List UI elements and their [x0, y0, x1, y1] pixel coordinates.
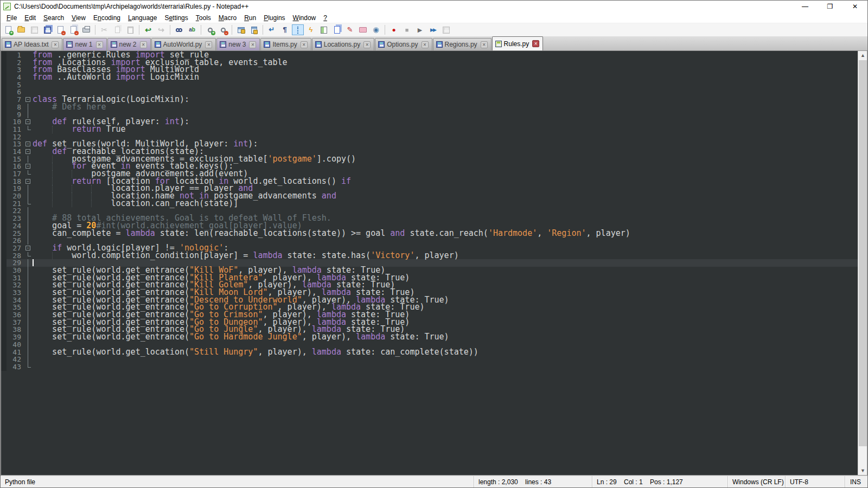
tab-close-icon[interactable]: × — [140, 41, 147, 48]
tab-close-icon[interactable]: × — [52, 41, 59, 48]
sync-vertical-scroll-button[interactable] — [235, 24, 247, 35]
sync-horizontal-scroll-button[interactable] — [248, 24, 260, 35]
line-number[interactable]: 14 — [7, 148, 24, 156]
bookmark-margin[interactable] — [1, 126, 7, 133]
fold-collapse-icon[interactable]: - — [25, 97, 30, 102]
tab-close-icon[interactable]: × — [363, 41, 371, 48]
document-map-button[interactable] — [318, 24, 330, 35]
line-number[interactable]: 8 — [7, 104, 24, 111]
code-editor[interactable]: 1from ..generic.Rules import set_rule2fr… — [1, 51, 867, 476]
code-line[interactable]: 39 set_rule(world.get_entrance("Go to Ha… — [1, 333, 858, 341]
line-number[interactable]: 25 — [7, 230, 24, 237]
macro-run-multiple-button[interactable]: ▶▶ — [427, 24, 439, 35]
bookmark-margin[interactable] — [1, 104, 7, 111]
indent-guide-button[interactable] — [292, 24, 304, 35]
bookmark-margin[interactable] — [1, 281, 7, 289]
fold-margin[interactable] — [24, 170, 33, 178]
menu-item-tools[interactable]: Tools — [192, 13, 215, 23]
line-number[interactable]: 12 — [7, 133, 24, 141]
fold-margin[interactable] — [24, 363, 33, 371]
status-insert-mode[interactable]: INS — [845, 476, 867, 487]
fold-margin[interactable]: - — [24, 118, 33, 126]
fold-margin[interactable] — [24, 319, 33, 326]
fold-margin[interactable] — [24, 66, 33, 74]
menu-item-view[interactable]: View — [68, 13, 90, 23]
line-number[interactable]: 31 — [7, 274, 24, 282]
line-number[interactable]: 24 — [7, 222, 24, 230]
line-number[interactable]: 38 — [7, 326, 24, 333]
fold-margin[interactable] — [24, 341, 33, 349]
fold-margin[interactable] — [24, 297, 33, 304]
bookmark-margin[interactable] — [1, 304, 7, 311]
bookmark-margin[interactable] — [1, 170, 7, 178]
bookmark-margin[interactable] — [1, 88, 7, 96]
line-number[interactable]: 41 — [7, 349, 24, 356]
line-number[interactable]: 21 — [7, 200, 24, 208]
scrollbar-up-icon[interactable]: ▲ — [858, 51, 867, 60]
fold-margin[interactable] — [24, 326, 33, 333]
tab-close-icon[interactable]: × — [301, 41, 308, 48]
line-number[interactable]: 36 — [7, 311, 24, 319]
fold-collapse-icon[interactable]: - — [25, 179, 30, 184]
line-number[interactable]: 1 — [7, 52, 24, 59]
menu-item-search[interactable]: Search — [40, 13, 68, 23]
fold-collapse-icon[interactable]: - — [25, 246, 30, 251]
cut-button[interactable]: ✂ — [98, 24, 110, 35]
bookmark-margin[interactable] — [1, 230, 7, 237]
line-number[interactable]: 33 — [7, 289, 24, 297]
fold-margin[interactable] — [24, 289, 33, 297]
line-number[interactable]: 10 — [7, 118, 24, 126]
fold-margin[interactable]: - — [24, 96, 33, 104]
fold-margin[interactable] — [24, 215, 33, 222]
show-all-characters-button[interactable]: ¶ — [279, 24, 291, 35]
bookmark-margin[interactable] — [1, 96, 7, 104]
close-all-button[interactable]: - — [67, 24, 79, 35]
file-monitoring-button[interactable]: ◉ — [370, 24, 382, 35]
fold-margin[interactable] — [24, 237, 33, 245]
code-line[interactable]: 43 — [1, 363, 858, 371]
tab-rules-py[interactable]: Rules.py× — [492, 36, 544, 50]
bookmark-margin[interactable] — [1, 215, 7, 222]
line-number[interactable]: 15 — [7, 156, 24, 163]
code-line[interactable]: 11 return True — [1, 126, 858, 133]
code-line[interactable]: 4from ..AutoWorld import LogicMixin — [1, 74, 858, 81]
line-number[interactable]: 17 — [7, 170, 24, 178]
code-line[interactable]: 25 can_complete = lambda state: len(reac… — [1, 230, 858, 237]
line-number[interactable]: 7 — [7, 96, 24, 104]
line-number[interactable]: 35 — [7, 304, 24, 311]
bookmark-margin[interactable] — [1, 52, 7, 59]
line-number[interactable]: 19 — [7, 185, 24, 192]
bookmark-margin[interactable] — [1, 297, 7, 304]
print-button[interactable] — [80, 24, 92, 35]
fold-margin[interactable] — [24, 126, 33, 133]
line-number[interactable]: 26 — [7, 237, 24, 245]
line-number[interactable]: 16 — [7, 163, 24, 170]
line-number[interactable]: 32 — [7, 281, 24, 289]
redo-button[interactable]: ↪ — [155, 24, 167, 35]
line-number[interactable]: 37 — [7, 319, 24, 326]
fold-margin[interactable] — [24, 104, 33, 111]
bookmark-margin[interactable] — [1, 356, 7, 363]
fold-margin[interactable] — [24, 274, 33, 282]
vertical-scrollbar[interactable]: ▲ ▼ — [858, 51, 867, 475]
fold-margin[interactable] — [24, 230, 33, 237]
line-number[interactable]: 29 — [7, 259, 24, 267]
line-number[interactable]: 40 — [7, 341, 24, 349]
tab-close-icon[interactable]: × — [205, 41, 212, 48]
bookmark-margin[interactable] — [1, 274, 7, 282]
macro-playback-button[interactable]: ▶ — [414, 24, 426, 35]
bookmark-margin[interactable] — [1, 267, 7, 274]
bookmark-margin[interactable] — [1, 237, 7, 245]
line-number[interactable]: 5 — [7, 81, 24, 89]
bookmark-margin[interactable] — [1, 59, 7, 67]
tab-close-icon[interactable]: × — [96, 41, 103, 48]
word-wrap-button[interactable]: ↵ — [266, 24, 278, 35]
close-button[interactable]: ✕ — [843, 1, 867, 12]
fold-margin[interactable]: - — [24, 148, 33, 156]
bookmark-margin[interactable] — [1, 259, 7, 267]
bookmark-margin[interactable] — [1, 200, 7, 208]
tab-autoworld-py[interactable]: AutoWorld.py× — [151, 38, 216, 50]
document-switcher-button[interactable] — [331, 24, 343, 35]
bookmark-margin[interactable] — [1, 222, 7, 230]
minimize-button[interactable]: — — [793, 1, 818, 12]
